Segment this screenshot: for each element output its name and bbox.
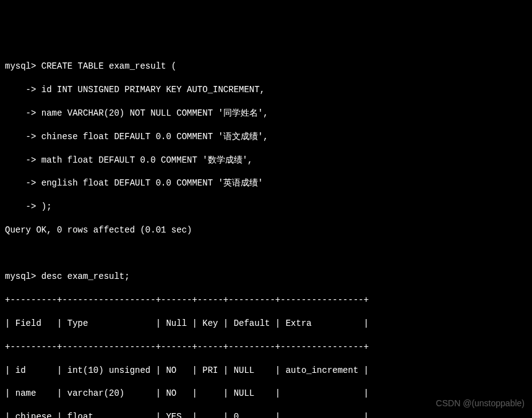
create-line-1: -> id INT UNSIGNED PRIMARY KEY AUTO_INCR… bbox=[5, 84, 527, 96]
table-separator: +---------+------------------+------+---… bbox=[5, 294, 527, 306]
table-row: | chinese | float | YES | | 0 | | bbox=[5, 411, 527, 418]
create-line-6: -> ); bbox=[5, 201, 527, 213]
desc-command: desc exam_result; bbox=[41, 271, 130, 281]
sql-text: CREATE TABLE exam_result ( bbox=[41, 61, 176, 71]
table-row: | id | int(10) unsigned | NO | PRI | NUL… bbox=[5, 365, 527, 377]
desc-command-line: mysql> desc exam_result; bbox=[5, 271, 527, 283]
cont-prompt: -> bbox=[5, 85, 41, 95]
mysql-terminal[interactable]: mysql> CREATE TABLE exam_result ( -> id … bbox=[5, 49, 527, 418]
query-ok: Query OK, 0 rows affected (0.01 sec) bbox=[5, 224, 527, 236]
sql-text: ); bbox=[41, 202, 52, 211]
cont-prompt: -> bbox=[5, 202, 41, 211]
table-separator: +---------+------------------+------+---… bbox=[5, 341, 527, 353]
sql-text: math float DEFAULT 0.0 COMMENT '数学成绩', bbox=[41, 155, 253, 165]
create-line-2: -> name VARCHAR(20) NOT NULL COMMENT '同学… bbox=[5, 108, 527, 119]
create-line-0: mysql> CREATE TABLE exam_result ( bbox=[5, 61, 527, 72]
mysql-prompt: mysql> bbox=[5, 61, 41, 71]
cont-prompt: -> bbox=[5, 132, 41, 142]
create-line-5: -> english float DEFAULT 0.0 COMMENT '英语… bbox=[5, 177, 527, 189]
sql-text: english float DEFAULT 0.0 COMMENT '英语成绩' bbox=[41, 178, 263, 188]
blank-line bbox=[5, 248, 527, 260]
sql-text: name VARCHAR(20) NOT NULL COMMENT '同学姓名'… bbox=[41, 108, 268, 118]
watermark: CSDN @(unstoppable) bbox=[436, 398, 525, 409]
sql-text: id INT UNSIGNED PRIMARY KEY AUTO_INCREME… bbox=[41, 85, 265, 95]
cont-prompt: -> bbox=[5, 178, 41, 188]
mysql-prompt: mysql> bbox=[5, 271, 41, 281]
create-line-3: -> chinese float DEFAULT 0.0 COMMENT '语文… bbox=[5, 131, 527, 143]
create-line-4: -> math float DEFAULT 0.0 COMMENT '数学成绩'… bbox=[5, 155, 527, 166]
cont-prompt: -> bbox=[5, 155, 41, 165]
sql-text: chinese float DEFAULT 0.0 COMMENT '语文成绩'… bbox=[41, 132, 268, 142]
table-header: | Field | Type | Null | Key | Default | … bbox=[5, 318, 527, 330]
cont-prompt: -> bbox=[5, 108, 41, 118]
